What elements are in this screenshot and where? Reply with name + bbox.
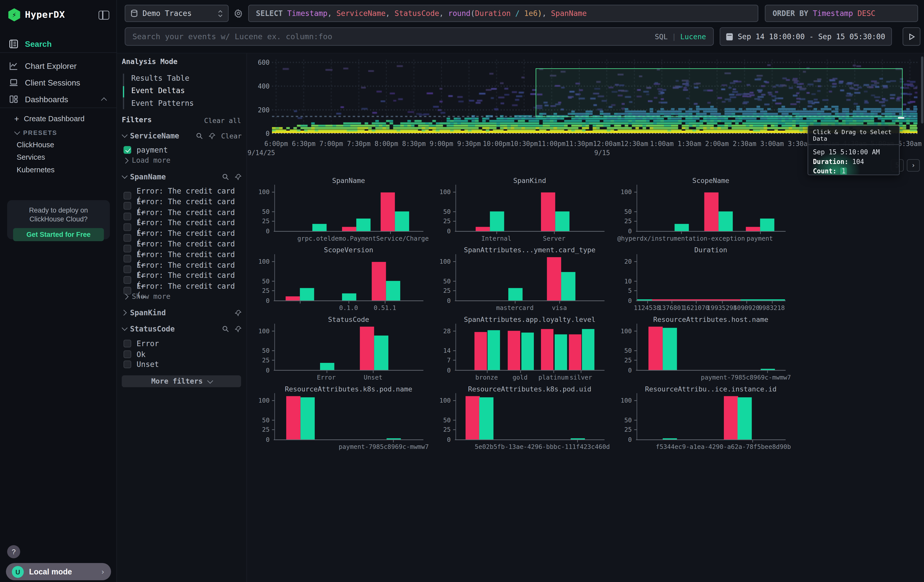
heatmap-ytick: 600 [248, 59, 269, 66]
checkbox-checked[interactable] [124, 146, 131, 154]
filter-option-unset[interactable]: Unset [124, 360, 159, 369]
gear-icon[interactable] [234, 9, 243, 18]
clear-filter-button[interactable]: Clear [221, 132, 242, 140]
chart-ytick: 0 [612, 297, 632, 304]
local-mode-menu[interactable]: U Local mode › [6, 563, 111, 580]
pin-icon[interactable] [209, 132, 216, 139]
bar-red [705, 193, 719, 231]
checkbox[interactable] [124, 361, 131, 368]
collapse-sidebar-icon[interactable] [99, 10, 109, 19]
more-filters-button[interactable]: More filters [122, 375, 241, 387]
heatmap-xtick: 11:30pm [566, 140, 593, 148]
pager-next-button[interactable]: › [907, 159, 920, 171]
pin-icon[interactable] [234, 309, 242, 316]
query-token: StatusCode [394, 9, 439, 18]
heatmap-xtick: 10:30pm [510, 140, 538, 148]
chevron-right-icon [123, 157, 129, 163]
chart-ytick: 50 [431, 277, 451, 284]
chart-xtick: Error [317, 374, 336, 381]
chart-SpanKind[interactable]: SpanKind10050250InternalServer [431, 176, 606, 244]
run-query-button[interactable] [903, 27, 920, 46]
filter-option-ok[interactable]: Ok [124, 350, 145, 358]
checkbox[interactable] [124, 340, 131, 348]
chart-plot [455, 185, 604, 231]
chart-xtick: 1124538 [634, 304, 660, 311]
search-icon[interactable] [222, 325, 229, 332]
search-nav-icon [9, 39, 18, 49]
chart-xtick: 9983218 [759, 304, 785, 311]
filter-option-label: payment [137, 145, 168, 154]
topbar: Demo Traces SELECT Timestamp, ServiceNam… [117, 0, 924, 53]
order-by-input[interactable]: ORDER BY Timestamp DESC [765, 5, 918, 22]
load-more-button[interactable]: Load more [124, 156, 170, 165]
analysis-mode-event-deltas[interactable]: Event Deltas [131, 86, 185, 95]
pin-icon[interactable] [234, 173, 242, 180]
chart-xtick: Unset [364, 374, 382, 381]
chart-ResourceAttributes.k8s.pod.uid[interactable]: ResourceAttributes.k8s.pod.uid100502505e… [431, 385, 606, 453]
search-icon[interactable] [196, 132, 203, 139]
chart-xtick: payment [747, 234, 773, 242]
sidebar-item-dashboards[interactable]: Dashboards [0, 91, 116, 107]
sidebar-item-client-sessions[interactable]: Client Sessions [0, 74, 116, 91]
chevron-right-icon [123, 293, 129, 299]
chart-xtick: visa [552, 304, 567, 311]
filter-option-payment[interactable]: payment [124, 145, 168, 154]
filter-group-servicename[interactable]: ServiceName Clear [122, 131, 242, 140]
sidebar-item-kubernetes[interactable]: Kubernetes [0, 163, 116, 176]
bar-red [541, 193, 555, 231]
chart-ytick: 0 [249, 297, 270, 304]
filter-option-error[interactable]: Error [124, 339, 159, 348]
chart-ytick: 25 [249, 218, 270, 225]
sidebar-item-services[interactable]: Services [0, 151, 116, 164]
chart-ytick: 50 [249, 277, 270, 284]
date-range-picker[interactable]: Sep 14 18:00:00 - Sep 15 05:30:00 [720, 27, 892, 46]
get-started-button[interactable]: Get Started for Free [13, 228, 104, 241]
select-query-input[interactable]: SELECT Timestamp, ServiceName, StatusCod… [248, 5, 758, 22]
sidebar-item-search[interactable]: Search [0, 36, 116, 53]
filter-group-spanname[interactable]: SpanName [122, 172, 242, 181]
query-token: ServiceName [337, 9, 386, 18]
sidebar-item-chart-explorer[interactable]: Chart Explorer [0, 58, 116, 74]
create-dashboard-button[interactable]: + Create Dashboard [0, 112, 116, 126]
clear-all-button[interactable]: Clear all [204, 116, 241, 125]
chart-title: SpanAttributes.app.loyalty.level [455, 315, 604, 324]
chart-ScopeName[interactable]: ScopeName10050250@hyperdx/instrumentatio… [612, 176, 787, 244]
chart-Duration[interactable]: Duration20105011245381376801162107019935… [612, 246, 787, 314]
chart-ytick: 0 [612, 366, 632, 374]
checkbox[interactable] [124, 350, 131, 358]
analysis-mode-event-patterns[interactable]: Event Patterns [131, 99, 194, 107]
query-token: Timestamp [813, 9, 853, 18]
source-select[interactable]: Demo Traces [125, 5, 229, 22]
chart-SpanName[interactable]: SpanName10050250grpc.oteldemo.PaymentSer… [249, 176, 425, 244]
query-token: SELECT [256, 9, 287, 18]
search-input[interactable]: Search your events w/ Lucene ex. column:… [125, 27, 714, 46]
chart-ytick: 100 [431, 188, 451, 195]
filter-group-statuscode[interactable]: StatusCode [122, 324, 242, 333]
chart-ResourceAttributes.k8s.pod.name[interactable]: ResourceAttributes.k8s.pod.name10050250p… [249, 385, 425, 453]
lucene-toggle[interactable]: Lucene [680, 32, 706, 41]
analysis-mode-results-table[interactable]: Results Table [131, 74, 190, 82]
sql-toggle[interactable]: SQL [655, 32, 668, 41]
search-icon[interactable] [222, 173, 229, 180]
query-token: , [386, 9, 394, 18]
chart-ResourceAttribu..ice.instance.id[interactable]: ResourceAttribu..ice.instance.id10050250… [612, 385, 787, 453]
chart-xtick: grpc.oteldemo.PaymentService/Charge [297, 234, 429, 242]
show-more-button[interactable]: Show more [124, 292, 170, 301]
pin-icon[interactable] [234, 325, 242, 332]
chart-ResourceAttributes.host.name[interactable]: ResourceAttributes.host.name10050250paym… [612, 315, 787, 383]
chart-title: SpanAttributes...yment.card_type [455, 246, 604, 254]
sidebar-item-clickhouse[interactable]: ClickHouse [0, 138, 116, 152]
chart-SpanAttributes...yment.card_type[interactable]: SpanAttributes...yment.card_type10050250… [431, 246, 606, 314]
promo-line1: Ready to deploy on [13, 206, 104, 215]
scrollbar-thumb[interactable] [921, 56, 923, 124]
chart-ScopeVersion[interactable]: ScopeVersion100502500.1.00.51.1 [249, 246, 425, 314]
query-token: ) [538, 9, 542, 18]
filter-group-spankind[interactable]: SpanKind [122, 308, 242, 317]
presets-toggle[interactable]: PRESETS [0, 127, 116, 138]
chart-StatusCode[interactable]: StatusCode10050250ErrorUnset [249, 315, 425, 383]
help-button[interactable]: ? [7, 545, 20, 559]
chart-SpanAttributes.app.loyalty.level[interactable]: SpanAttributes.app.loyalty.level281470br… [431, 315, 606, 383]
selection-rectangle[interactable] [536, 68, 903, 117]
bar-green [555, 211, 569, 231]
language-toggle[interactable]: SQL | Lucene [655, 32, 706, 41]
